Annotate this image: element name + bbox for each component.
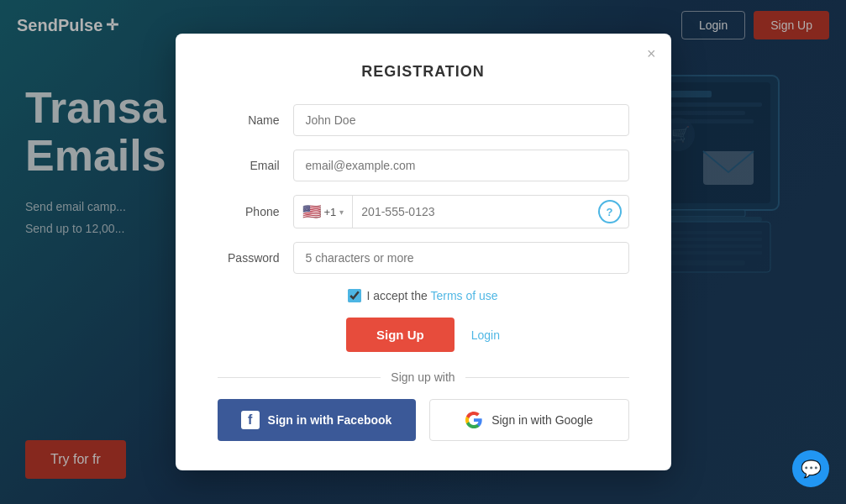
google-signin-button[interactable]: Sign in with Google xyxy=(429,399,629,441)
phone-label: Phone xyxy=(218,205,293,218)
name-input[interactable] xyxy=(293,104,629,136)
terms-prefix: I accept the xyxy=(366,289,430,302)
login-link[interactable]: Login xyxy=(471,328,500,342)
terms-row: I accept the Terms of use xyxy=(218,289,629,302)
phone-wrapper: 🇺🇸 +1 ▾ ? xyxy=(293,195,629,228)
phone-input[interactable] xyxy=(353,197,597,227)
modal-close-button[interactable]: × xyxy=(647,45,656,63)
phone-info-icon[interactable]: ? xyxy=(598,200,622,223)
phone-row: Phone 🇺🇸 +1 ▾ ? xyxy=(218,195,629,228)
chat-icon: 💬 xyxy=(801,459,822,479)
email-row: Email xyxy=(218,150,629,181)
email-label: Email xyxy=(218,159,293,172)
terms-link[interactable]: Terms of use xyxy=(430,289,497,302)
signup-button[interactable]: Sign Up xyxy=(346,318,455,352)
divider-line-right xyxy=(465,377,629,378)
name-label: Name xyxy=(218,113,293,127)
phone-country-selector[interactable]: 🇺🇸 +1 ▾ xyxy=(294,196,354,228)
social-row: f Sign in with Facebook Sign in with Goo… xyxy=(218,399,629,441)
terms-text: I accept the Terms of use xyxy=(366,289,497,302)
facebook-signin-button[interactable]: f Sign in with Facebook xyxy=(218,399,416,441)
divider-text: Sign up with xyxy=(391,370,455,384)
phone-chevron-icon: ▾ xyxy=(339,207,344,217)
phone-code: +1 xyxy=(324,206,337,218)
name-row: Name xyxy=(218,104,629,136)
email-input[interactable] xyxy=(293,150,629,181)
password-label: Password xyxy=(218,251,293,265)
google-button-label: Sign in with Google xyxy=(491,413,593,427)
chat-bubble[interactable]: 💬 xyxy=(792,450,829,487)
terms-checkbox[interactable] xyxy=(348,289,361,302)
password-input[interactable] xyxy=(293,242,629,274)
action-row: Sign Up Login xyxy=(218,318,629,352)
divider-line-left xyxy=(218,377,381,378)
modal-title: REGISTRATION xyxy=(218,63,629,81)
facebook-button-label: Sign in with Facebook xyxy=(268,413,392,427)
google-icon xyxy=(465,411,483,429)
divider: Sign up with xyxy=(218,370,629,384)
facebook-icon: f xyxy=(241,411,260,429)
password-row: Password xyxy=(218,242,629,274)
flag-icon: 🇺🇸 xyxy=(302,202,321,221)
registration-modal: × REGISTRATION Name Email Phone 🇺🇸 +1 ▾ … xyxy=(176,34,671,470)
